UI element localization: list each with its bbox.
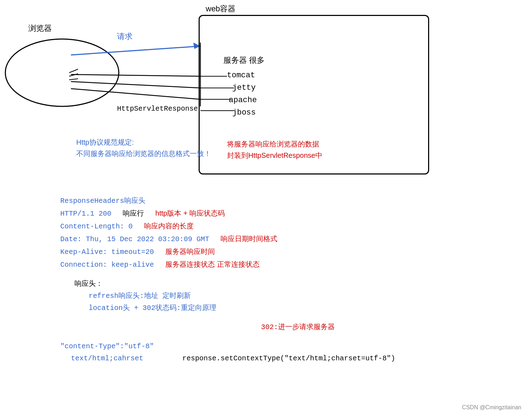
svg-line-6 [69,69,78,73]
keep-alive-line: Keep-Alive: timeout=20 服务器响应时间 [60,245,472,258]
web-container-label: web容器 [206,4,235,14]
date-line: Date: Thu, 15 Dec 2022 03:20:09 GMT 响应日期… [60,233,472,245]
server-response-line2: 封装到HttpServletResponse中 [227,150,322,161]
keep-alive-value: Keep-Alive: timeout=20 [60,248,154,256]
keep-alive-comment: 服务器响应时间 [165,248,215,255]
response-headers-title: ResponseHeaders响应头 [60,195,472,207]
content-type-line1: "content-Type":"utf-8" [60,340,154,353]
code-302: 302:进一步请求服务器 [60,321,472,333]
date-comment: 响应日期时间格式 [221,235,277,243]
content-type-area: "content-Type":"utf-8" text/html;cahrset… [60,340,472,365]
svg-line-5 [71,89,200,99]
http-status-label: 响应行 [123,209,144,217]
http-status-code: HTTP/1.1 200 [60,210,111,218]
server-item-tomcat: tomcat [227,71,255,80]
content-length-value: Content-Length: 0 [60,222,133,231]
svg-line-1 [71,46,200,55]
http-status-line: HTTP/1.1 200 响应行 http版本 + 响应状态码 [60,207,472,220]
server-item-apache: apache [229,96,257,105]
date-value: Date: Thu, 15 Dec 2022 03:20:09 GMT [60,235,209,243]
content-type-line2: text/html;cahrset [60,353,154,365]
http-protocol-text: Http协议规范规定: 不同服务器响应给浏览器的信息格式一致！ [76,137,211,159]
server-response-text: 将服务器响应给浏览器的数据 封装到HttpServletResponse中 [227,138,322,161]
connection-value: Connection: keep-alive [60,261,154,269]
response-head-title: 响应头： [60,278,472,290]
http-status-comment: http版本 + 响应状态码 [155,209,225,217]
server-item-jetty: jetty [232,83,256,92]
svg-line-7 [69,74,78,76]
connection-line: Connection: keep-alive 服务器连接状态 正常连接状态 [60,258,472,271]
location-line: location头 + 302状态码:重定向原理 [60,302,472,314]
server-response-line1: 将服务器响应给浏览器的数据 [227,138,322,150]
footer-text: CSDN @Cmingzitainan [462,404,521,411]
svg-line-8 [69,79,78,80]
connection-comment: 服务器连接状态 正常连接状态 [165,260,260,268]
server-item-jboss: jboss [232,108,256,117]
request-label: 请求 [117,31,133,42]
content-length-line: Content-Length: 0 响应内容的长度 [60,220,472,233]
http-protocol-line1: Http协议规范规定: [76,137,211,148]
svg-point-0 [5,39,119,106]
http-servlet-response-label: HttpServletResponse [117,105,198,113]
refresh-line: refresh响应头:地址 定时刷新 [60,290,472,302]
browser-label: 浏览器 [28,23,52,34]
content-type-comment: response.setContextType("text/html;chars… [182,353,395,365]
http-protocol-line2: 不同服务器响应给浏览器的信息格式一致！ [76,148,211,159]
server-label: 服务器 很多 [223,55,265,66]
content-length-comment: 响应内容的长度 [144,222,194,230]
svg-line-4 [71,82,200,88]
svg-line-3 [71,74,200,76]
